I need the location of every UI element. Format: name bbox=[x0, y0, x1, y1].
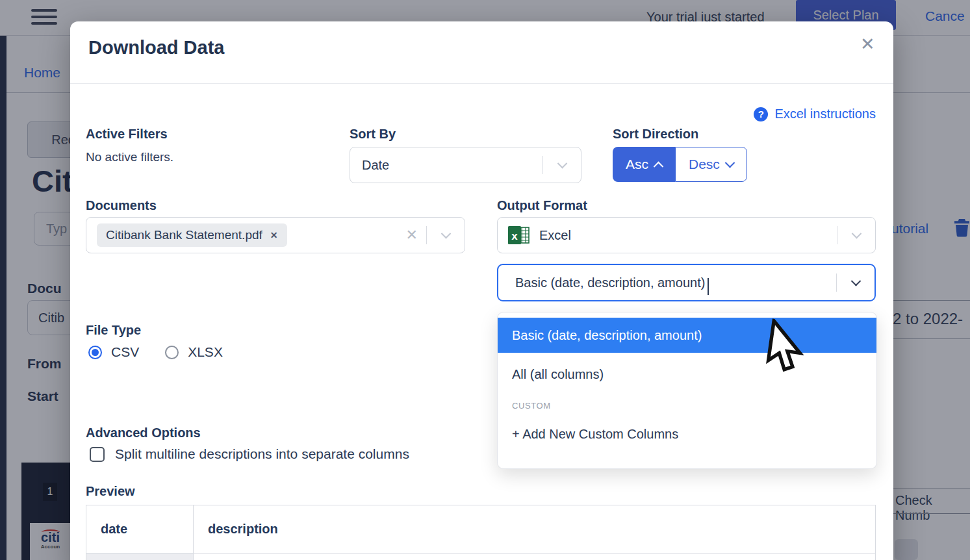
add-custom-columns-option[interactable]: + Add New Custom Columns bbox=[498, 416, 876, 452]
option-all[interactable]: All (all columns) bbox=[498, 357, 876, 392]
preview-col-date: date bbox=[86, 505, 194, 553]
chevron-down-icon bbox=[725, 157, 735, 168]
chevron-up-icon bbox=[654, 161, 664, 172]
svg-text:x: x bbox=[511, 230, 518, 242]
option-basic[interactable]: Basic (date, description, amount) bbox=[498, 318, 876, 353]
active-filters-label: Active Filters bbox=[86, 127, 168, 142]
sort-direction-toggle: Asc Desc bbox=[613, 147, 747, 182]
chevron-down-icon[interactable] bbox=[557, 158, 567, 168]
output-format-value: Excel bbox=[530, 228, 571, 243]
asc-button[interactable]: Asc bbox=[613, 147, 675, 182]
output-format-label: Output Format bbox=[497, 198, 587, 213]
download-data-modal: Download Data ✕ ? Excel instructions Act… bbox=[70, 21, 893, 560]
sort-by-select[interactable]: Date bbox=[350, 147, 581, 183]
csv-radio[interactable] bbox=[88, 346, 102, 359]
close-icon[interactable]: ✕ bbox=[860, 36, 875, 53]
documents-multiselect[interactable]: Citibank Bank Statement.pdf ✕ ✕ bbox=[86, 217, 465, 253]
split-multiline-label[interactable]: Split multiline descriptions into separa… bbox=[115, 446, 409, 462]
split-multiline-checkbox[interactable] bbox=[90, 447, 105, 462]
preview-col-description: description bbox=[194, 505, 875, 553]
chevron-down-icon[interactable] bbox=[851, 228, 862, 238]
chevron-down-icon[interactable] bbox=[440, 228, 451, 238]
mouse-cursor bbox=[761, 318, 811, 378]
preview-label: Preview bbox=[86, 484, 135, 499]
preview-table: date description bbox=[86, 505, 876, 560]
csv-radio-label[interactable]: CSV bbox=[111, 344, 139, 360]
chevron-down-icon[interactable] bbox=[850, 275, 861, 286]
xlsx-radio-label[interactable]: XLSX bbox=[188, 344, 223, 360]
advanced-options-label: Advanced Options bbox=[86, 426, 201, 440]
sort-by-label: Sort By bbox=[350, 127, 396, 142]
modal-header-divider bbox=[70, 83, 893, 84]
excel-instructions-link[interactable]: Excel instructions bbox=[774, 107, 876, 121]
excel-instructions: ? Excel instructions bbox=[754, 107, 876, 121]
active-filters-empty-text: No active filters. bbox=[86, 150, 173, 164]
sort-by-value: Date bbox=[350, 158, 389, 173]
columns-select-focused[interactable]: Basic (date, description, amount) bbox=[497, 264, 876, 301]
tag-remove-icon[interactable]: ✕ bbox=[270, 230, 278, 240]
document-tag: Citibank Bank Statement.pdf ✕ bbox=[97, 223, 287, 247]
custom-group-label: CUSTOM bbox=[498, 401, 876, 414]
modal-title: Download Data bbox=[88, 37, 224, 58]
columns-dropdown-menu: Basic (date, description, amount) All (a… bbox=[497, 312, 877, 469]
text-caret bbox=[708, 278, 709, 295]
excel-icon: x bbox=[508, 225, 530, 245]
split-multiline-option: Split multiline descriptions into separa… bbox=[90, 446, 409, 462]
preview-header-row: date description bbox=[86, 505, 875, 553]
file-type-options: CSV XLSX bbox=[88, 344, 223, 360]
xlsx-radio[interactable] bbox=[165, 346, 179, 359]
output-format-select[interactable]: x Excel bbox=[497, 217, 876, 253]
clear-selection-icon[interactable]: ✕ bbox=[406, 227, 418, 244]
documents-label: Documents bbox=[86, 198, 157, 213]
preview-data-row bbox=[86, 553, 875, 560]
file-type-label: File Type bbox=[86, 323, 141, 338]
desc-button[interactable]: Desc bbox=[675, 147, 747, 182]
sort-direction-label: Sort Direction bbox=[613, 127, 698, 142]
help-icon[interactable]: ? bbox=[754, 107, 768, 121]
columns-select-value: Basic (date, description, amount) bbox=[498, 275, 705, 290]
